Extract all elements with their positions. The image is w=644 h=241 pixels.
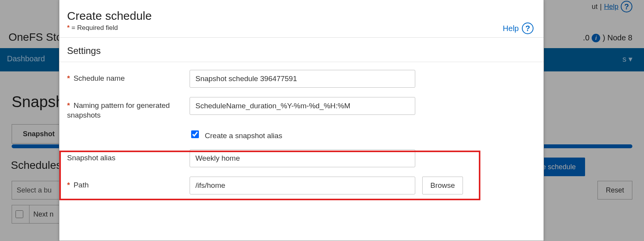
snapshot-alias-input[interactable] [190,149,415,167]
path-input[interactable] [190,177,415,194]
path-label: Path [74,181,89,189]
required-legend: = Required field [71,24,118,31]
dialog-help[interactable]: Help ? [503,23,534,34]
required-asterisk: * [67,181,70,189]
required-asterisk: * [67,101,70,109]
settings-heading: Settings [59,38,544,62]
create-alias-checkbox[interactable] [191,130,199,138]
create-alias-label: Create a snapshot alias [205,132,282,140]
naming-pattern-label: Naming pattern for generated snapshots [67,101,170,119]
schedule-name-input[interactable] [190,70,415,88]
dialog-help-label: Help [503,24,519,33]
help-icon[interactable]: ? [522,23,534,34]
naming-pattern-input[interactable] [190,97,415,115]
snapshot-alias-label: Snapshot alias [67,154,116,162]
create-alias-option[interactable]: Create a snapshot alias [190,129,282,140]
browse-button[interactable]: Browse [422,177,463,194]
create-schedule-dialog: Create schedule * = Required field Help … [59,0,544,241]
schedule-name-label: Schedule name [74,74,125,82]
dialog-title: Create schedule [67,9,532,23]
required-asterisk: * [67,74,70,82]
required-asterisk: * [67,24,70,31]
